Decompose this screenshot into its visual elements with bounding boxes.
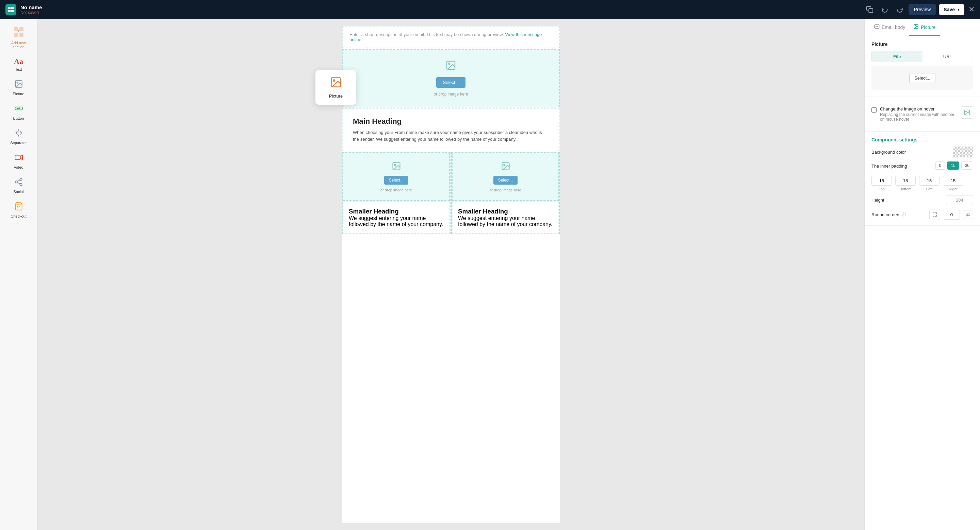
sidebar-item-picture[interactable]: Picture [3,76,34,99]
bg-color-swatch[interactable] [953,146,973,157]
sidebar-button-label: Button [13,116,24,121]
svg-rect-3 [11,10,14,12]
bg-color-row: Background color [872,146,973,157]
text-icon: Aa [14,57,23,66]
sidebar-item-social[interactable]: Social [3,174,34,197]
round-corners-icon-button[interactable] [929,209,940,220]
two-column-section: Select... or drop image here Smaller Hea… [342,152,560,234]
svg-point-35 [966,111,967,112]
inner-padding-section: The inner padding 0 15 30 Top Bottom [872,162,973,191]
social-icon [14,178,23,188]
right-heading[interactable]: Smaller Heading [458,208,553,215]
picture-section-title: Picture [872,41,973,47]
svg-rect-2 [8,10,11,12]
drop-text: or drop image here [434,92,468,97]
right-image-block[interactable]: Select... or drop image here [452,152,559,201]
sidebar-add-section-label: Add new section [6,41,31,49]
sidebar-text-label: Text [15,67,22,71]
svg-rect-16 [15,156,20,160]
padding-inputs: Top Bottom Left Right [872,176,973,191]
inner-padding-label: The inner padding [872,163,907,169]
close-button[interactable]: ✕ [969,5,975,14]
sidebar-separator-label: Separator [10,141,27,145]
sidebar-item-add-section[interactable]: + Add new section [3,23,34,52]
file-tab[interactable]: File [872,51,923,62]
svg-point-18 [15,181,18,183]
svg-point-33 [915,25,916,26]
svg-point-19 [20,183,22,186]
left-image-icon [392,162,401,172]
sidebar-item-separator[interactable]: Separator [3,125,34,148]
canvas-content: Enter a short description of your email.… [342,26,560,523]
hover-title: Change the image on hover [880,106,958,111]
sidebar-item-video[interactable]: Video [3,149,34,173]
select-file-button[interactable]: Select... [909,73,935,83]
tab-email-body[interactable]: Email body [870,19,909,36]
redo-button[interactable] [894,3,906,16]
checkout-icon [14,202,23,213]
main-body-text[interactable]: When choosing your From name make sure y… [353,129,549,143]
bg-color-label: Background color [872,149,950,155]
right-panel: Email body Picture Picture File URL [864,19,980,530]
main-image-block[interactable]: Select... or drop image here Picture [342,49,560,108]
sidebar-checkout-label: Checkout [11,214,26,218]
padding-quick-buttons: 0 15 30 [935,162,973,170]
padding-bottom-input[interactable] [895,176,916,186]
padding-30-btn[interactable]: 30 [961,162,973,170]
svg-rect-12 [15,107,22,110]
svg-rect-0 [8,7,11,9]
tab-picture-label: Picture [921,24,936,30]
picture-tab-icon [913,24,919,30]
height-input[interactable] [946,195,973,205]
padding-0-btn[interactable]: 0 [935,162,945,170]
height-row: Height [872,195,973,205]
sidebar-item-checkout[interactable]: Checkout [3,198,34,222]
file-url-tabs: File URL [872,51,973,62]
svg-point-24 [449,63,450,64]
hover-desc: Replacing the current image with another… [880,112,958,122]
padding-top-input[interactable] [872,176,892,186]
hover-checkbox[interactable] [872,108,877,113]
duplicate-button[interactable] [864,3,876,16]
picture-icon [14,79,23,90]
round-corners-info-icon[interactable]: ⓘ [902,212,906,217]
save-button[interactable]: Save ▾ [939,4,964,15]
left-select-button[interactable]: Select... [384,176,408,185]
svg-point-30 [504,164,505,165]
padding-left-input[interactable] [919,176,940,186]
save-status: Not saved [21,10,42,15]
sidebar-item-text[interactable]: Aa Text [3,54,34,75]
email-body-icon [874,24,880,30]
picture-panel-section: Picture File URL Select... [865,36,980,97]
svg-rect-31 [875,25,879,29]
main-layout: + Add new section Aa Text Picture [0,19,980,530]
padding-15-btn[interactable]: 15 [947,162,959,170]
sidebar-item-button[interactable]: Button [3,101,34,124]
left-heading[interactable]: Smaller Heading [349,208,444,215]
padding-left-group: Left [919,176,940,191]
svg-rect-1 [11,7,14,9]
undo-button[interactable] [878,3,891,16]
video-icon [14,153,23,164]
right-select-button[interactable]: Select... [493,176,517,185]
left-image-block[interactable]: Select... or drop image here [343,152,450,201]
select-image-button[interactable]: Select... [436,77,466,88]
left-drop-text: or drop image here [380,188,412,192]
svg-point-11 [17,82,18,83]
right-body-text[interactable]: We suggest entering your name followed b… [458,215,553,227]
app-name: No name [21,5,42,10]
url-tab[interactable]: URL [923,51,973,62]
preview-bar: Enter a short description of your email.… [342,26,560,48]
left-column: Select... or drop image here Smaller Hea… [342,152,450,234]
padding-bottom-label: Bottom [900,187,912,191]
app-logo [5,4,16,15]
preview-button[interactable]: Preview [908,4,937,15]
tooltip-label: Picture [329,94,343,98]
select-file-area: Select... [872,66,973,90]
padding-right-input[interactable] [943,176,963,186]
round-corners-input[interactable] [943,210,960,220]
tab-picture[interactable]: Picture [909,19,940,36]
left-sidebar: + Add new section Aa Text Picture [0,19,37,530]
main-heading[interactable]: Main Heading [353,117,549,126]
left-body-text[interactable]: We suggest entering your name followed b… [349,215,444,227]
